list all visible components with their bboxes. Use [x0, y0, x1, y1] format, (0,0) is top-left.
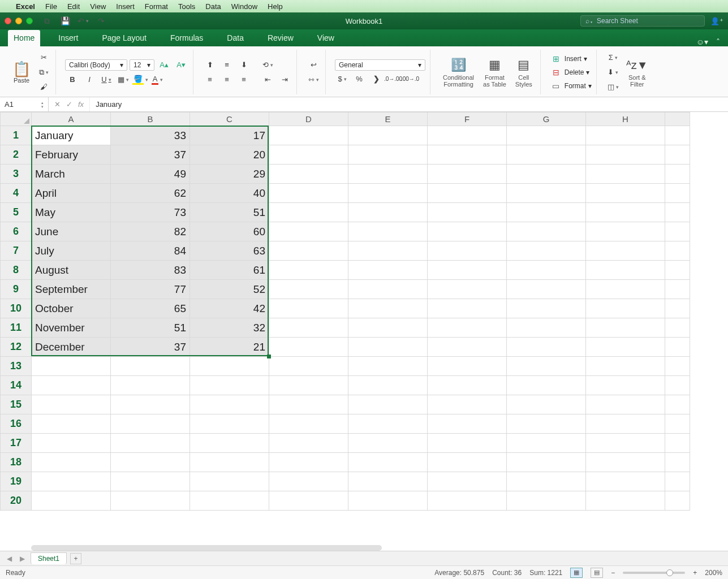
col-header-B[interactable]: B [111, 113, 190, 126]
cell[interactable] [428, 338, 507, 357]
cell[interactable] [586, 453, 665, 472]
cell[interactable] [586, 126, 665, 145]
cell[interactable] [428, 203, 507, 222]
cell[interactable] [269, 434, 348, 453]
confirm-formula-icon[interactable]: ✓ [66, 100, 72, 109]
increase-indent-button[interactable]: ⇥ [277, 74, 292, 86]
cell[interactable] [507, 414, 586, 434]
cell[interactable] [665, 261, 690, 280]
search-sheet-field[interactable]: ⌕▾ Search Sheet [580, 15, 705, 27]
cell[interactable]: 63 [190, 241, 269, 261]
cell[interactable]: 32 [190, 318, 269, 338]
sheet-tab-sheet1[interactable]: Sheet1 [31, 552, 67, 564]
cell[interactable] [269, 453, 348, 472]
cell[interactable] [348, 203, 428, 222]
cell[interactable] [586, 280, 665, 299]
row-header[interactable]: 16 [1, 414, 32, 434]
cell[interactable] [111, 453, 190, 472]
font-color-button[interactable]: A [150, 74, 165, 86]
font-name-select[interactable]: Calibri (Body)▾ [65, 59, 127, 71]
cell[interactable] [586, 145, 665, 165]
name-box[interactable]: A1 ▴▾ [0, 97, 49, 111]
cell[interactable] [428, 318, 507, 338]
delete-cells-button[interactable]: ⊟Delete ▾ [550, 67, 592, 78]
cell[interactable] [507, 395, 586, 414]
cell[interactable] [190, 434, 269, 453]
menu-tools[interactable]: Tools [178, 2, 195, 11]
row-header[interactable]: 15 [1, 395, 32, 414]
cell[interactable] [507, 338, 586, 357]
row-header[interactable]: 8 [1, 261, 32, 280]
cell[interactable] [586, 318, 665, 338]
spreadsheet-grid[interactable]: A B C D E F G H 1January33172February372… [0, 112, 728, 551]
borders-button[interactable]: ▦ [116, 74, 131, 86]
cell[interactable] [32, 472, 111, 491]
comma-style-button[interactable]: ❯ [369, 73, 384, 85]
row-header[interactable]: 1 [1, 126, 32, 145]
cell[interactable]: 33 [111, 126, 190, 145]
align-middle-button[interactable]: ≡ [219, 59, 234, 71]
align-bottom-button[interactable]: ⬇ [236, 59, 251, 71]
cell[interactable] [111, 434, 190, 453]
clear-button[interactable]: ◫ [606, 81, 621, 93]
col-header-F[interactable]: F [428, 113, 507, 126]
cell[interactable] [111, 357, 190, 376]
copy-button[interactable]: ⧉ [36, 66, 51, 79]
cell[interactable] [428, 472, 507, 491]
cell[interactable] [507, 491, 586, 511]
row-header[interactable]: 9 [1, 280, 32, 299]
cell[interactable]: 20 [190, 145, 269, 165]
save-icon[interactable]: 💾 [59, 15, 71, 27]
cell[interactable] [586, 414, 665, 434]
cell[interactable]: September [32, 280, 111, 299]
cell[interactable] [32, 376, 111, 395]
cell[interactable] [665, 165, 690, 184]
cell[interactable] [428, 376, 507, 395]
cell[interactable]: 77 [111, 280, 190, 299]
cell[interactable]: October [32, 299, 111, 318]
cell[interactable] [586, 222, 665, 241]
cell[interactable] [507, 453, 586, 472]
increase-decimal-button[interactable]: .0→.00 [386, 73, 400, 85]
cell[interactable] [348, 338, 428, 357]
autosum-button[interactable]: Σ [606, 51, 621, 64]
cell[interactable] [269, 299, 348, 318]
cell[interactable] [111, 376, 190, 395]
cell[interactable] [507, 261, 586, 280]
cell[interactable] [348, 434, 428, 453]
cell[interactable] [428, 261, 507, 280]
paste-button[interactable]: 📋 Paste [9, 60, 34, 85]
row-header[interactable]: 10 [1, 299, 32, 318]
cell[interactable] [111, 414, 190, 434]
cell[interactable] [665, 414, 690, 434]
cell[interactable] [665, 280, 690, 299]
increase-font-button[interactable]: A▴ [157, 59, 171, 71]
merge-button[interactable]: ⇿ [306, 74, 321, 86]
cell[interactable]: November [32, 318, 111, 338]
cell[interactable]: 21 [190, 338, 269, 357]
cell[interactable] [269, 261, 348, 280]
cell[interactable]: April [32, 184, 111, 203]
cell[interactable]: 82 [111, 222, 190, 241]
zoom-level[interactable]: 200% [705, 569, 722, 577]
cell[interactable] [32, 414, 111, 434]
cell[interactable] [348, 414, 428, 434]
cell[interactable] [665, 357, 690, 376]
menu-format[interactable]: Format [145, 2, 168, 11]
cell[interactable] [665, 338, 690, 357]
col-header-H[interactable]: H [586, 113, 665, 126]
cell[interactable] [269, 414, 348, 434]
cell[interactable] [348, 491, 428, 511]
row-header[interactable]: 6 [1, 222, 32, 241]
cell[interactable] [586, 434, 665, 453]
cell[interactable]: May [32, 203, 111, 222]
cell[interactable] [507, 434, 586, 453]
menu-file[interactable]: File [45, 2, 57, 11]
row-header[interactable]: 3 [1, 165, 32, 184]
tab-data[interactable]: Data [221, 30, 249, 46]
formula-input[interactable]: January [90, 100, 728, 109]
cell[interactable] [586, 203, 665, 222]
cell[interactable] [269, 472, 348, 491]
select-all-corner[interactable] [1, 113, 32, 126]
cell[interactable] [507, 126, 586, 145]
